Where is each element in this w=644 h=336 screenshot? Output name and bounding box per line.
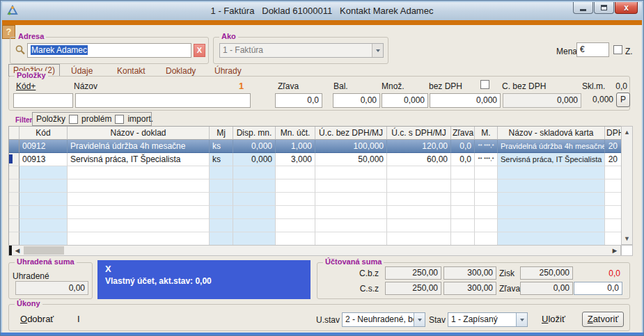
header-dph[interactable]: DPH: [605, 127, 621, 140]
scroll-right-icon[interactable]: ►: [609, 246, 620, 255]
cell-zlava[interactable]: [451, 219, 475, 232]
cell-nazov[interactable]: Servisná práca, IT Špecialista: [68, 153, 210, 166]
table-row[interactable]: 00913 Servisná práca, IT Špecialista ks …: [9, 153, 621, 166]
cell-kod[interactable]: [19, 232, 68, 245]
cell-zlava[interactable]: 0,0: [451, 153, 475, 166]
cell-mj[interactable]: [210, 206, 233, 219]
header-disp[interactable]: Disp. mn.: [233, 127, 276, 140]
titlebar[interactable]: 1 - Faktúra Doklad 61000011 Kontakt Mare…: [1, 1, 643, 20]
cell-mj[interactable]: [210, 193, 233, 206]
cell-ucbez[interactable]: 50,000: [315, 153, 387, 166]
cell-disp[interactable]: 0,000: [233, 153, 276, 166]
header-kod[interactable]: Kód: [19, 127, 68, 140]
cell-sklad[interactable]: [498, 179, 605, 193]
cell-dph[interactable]: 20: [605, 140, 621, 153]
row-selector-cell[interactable]: [9, 140, 19, 153]
zatvorit-button[interactable]: Zatvoriť: [582, 312, 624, 327]
cell-kod[interactable]: [19, 166, 68, 179]
cell-zlava[interactable]: [451, 179, 475, 193]
tab-kontakt[interactable]: Kontakt: [117, 66, 146, 76]
mena-input[interactable]: €: [576, 42, 609, 57]
cell-mnuct[interactable]: 1,000: [276, 140, 315, 153]
header-ucbez[interactable]: Ú.c. bez DPH/MJ: [315, 127, 387, 140]
kod-label[interactable]: Kód+: [16, 81, 36, 91]
cell-nazov[interactable]: [68, 166, 210, 179]
odobrat-action[interactable]: Odobrať: [20, 314, 54, 324]
cell-disp[interactable]: [233, 219, 276, 232]
bezdph-input[interactable]: 0,000: [430, 93, 501, 108]
cell-ucs[interactable]: [387, 206, 451, 219]
cell-mnuct[interactable]: [276, 179, 315, 193]
uhradene-value[interactable]: 0,00: [15, 281, 88, 295]
cell-zlava[interactable]: [451, 193, 475, 206]
cell-ucs[interactable]: [387, 179, 451, 193]
cell-mj[interactable]: ks: [210, 140, 233, 153]
scroll-left-icon[interactable]: ◄: [12, 246, 23, 255]
cell-ucs[interactable]: [387, 232, 451, 245]
ako-combobox[interactable]: 1 - Faktúra: [219, 43, 384, 58]
table-row-selected[interactable]: 00912 Pravidelná údržba 4h mesačne ks 0,…: [9, 140, 621, 153]
cell-kod[interactable]: 00913: [19, 153, 68, 166]
row-selector-cell[interactable]: [9, 166, 19, 179]
tab-doklady[interactable]: Doklady: [166, 66, 196, 76]
cell-sklad[interactable]: [498, 166, 605, 179]
row-selector-cell[interactable]: [9, 219, 19, 232]
header-ucs[interactable]: Ú.c. s DPH/MJ: [387, 127, 451, 140]
filter-tab-polozky[interactable]: Položky: [36, 114, 65, 124]
cell-sklad[interactable]: [498, 206, 605, 219]
cell-mj[interactable]: [210, 232, 233, 245]
cell-mnuct[interactable]: [276, 193, 315, 206]
cell-dph[interactable]: 20: [605, 153, 621, 166]
cell-kod[interactable]: [19, 219, 68, 232]
row-selector-cell[interactable]: [9, 193, 19, 206]
cell-m[interactable]: [475, 193, 498, 206]
cell-m[interactable]: [475, 179, 498, 193]
tab-uhrady[interactable]: Úhrady: [214, 66, 242, 76]
cell-m[interactable]: [475, 166, 498, 179]
cell-kod[interactable]: [19, 193, 68, 206]
row-selector-cell[interactable]: [9, 179, 19, 193]
cell-mnuct[interactable]: 3,000: [276, 153, 315, 166]
cell-mj[interactable]: [210, 179, 233, 193]
cell-dph[interactable]: [605, 179, 621, 193]
cell-dph[interactable]: [605, 193, 621, 206]
row-selector-cell[interactable]: [9, 206, 19, 219]
cell-ucbez[interactable]: [315, 166, 387, 179]
cell-mj[interactable]: [210, 166, 233, 179]
cell-zlava[interactable]: [451, 206, 475, 219]
cell-ucbez[interactable]: [315, 193, 387, 206]
cell-disp[interactable]: [233, 166, 276, 179]
horizontal-scrollbar[interactable]: ◄ ►: [8, 245, 621, 256]
cell-sklad[interactable]: Pravidelná údržba 4h mesačne: [498, 140, 605, 153]
nazov-input[interactable]: [75, 93, 251, 108]
cell-kod[interactable]: [19, 206, 68, 219]
cell-sklad[interactable]: [498, 219, 605, 232]
cell-ucbez[interactable]: [315, 219, 387, 232]
header-m[interactable]: M.: [475, 127, 498, 140]
table-row-empty[interactable]: [9, 166, 621, 179]
cell-dph[interactable]: [605, 166, 621, 179]
header-sklad[interactable]: Názov - skladová karta: [498, 127, 605, 140]
z-checkbox[interactable]: [613, 45, 622, 54]
cell-mnuct[interactable]: [276, 166, 315, 179]
cell-sklad[interactable]: Servisná práca, IT Špecialista: [498, 153, 605, 166]
header-mj[interactable]: Mj: [210, 127, 233, 140]
cell-mj[interactable]: [210, 219, 233, 232]
cell-dph[interactable]: [605, 219, 621, 232]
tab-udaje[interactable]: Údaje: [71, 66, 93, 76]
cell-m[interactable]: ** ***,*: [475, 140, 498, 153]
minimize-button[interactable]: [573, 1, 593, 14]
cell-kod[interactable]: [19, 179, 68, 193]
cell-ucbez[interactable]: [315, 206, 387, 219]
clear-adresa-button[interactable]: X: [194, 44, 205, 57]
scroll-up-icon[interactable]: ▲: [622, 128, 632, 136]
cell-ucbez[interactable]: [315, 179, 387, 193]
cell-m[interactable]: [475, 232, 498, 245]
cell-ucs[interactable]: [387, 219, 451, 232]
cell-ucs[interactable]: 60,00: [387, 153, 451, 166]
vertical-scrollbar[interactable]: ▲ ▼: [621, 126, 633, 245]
header-nazov[interactable]: Názov - doklad: [68, 127, 210, 140]
cell-sklad[interactable]: [498, 232, 605, 245]
cell-zlava[interactable]: [451, 232, 475, 245]
cell-m[interactable]: [475, 219, 498, 232]
